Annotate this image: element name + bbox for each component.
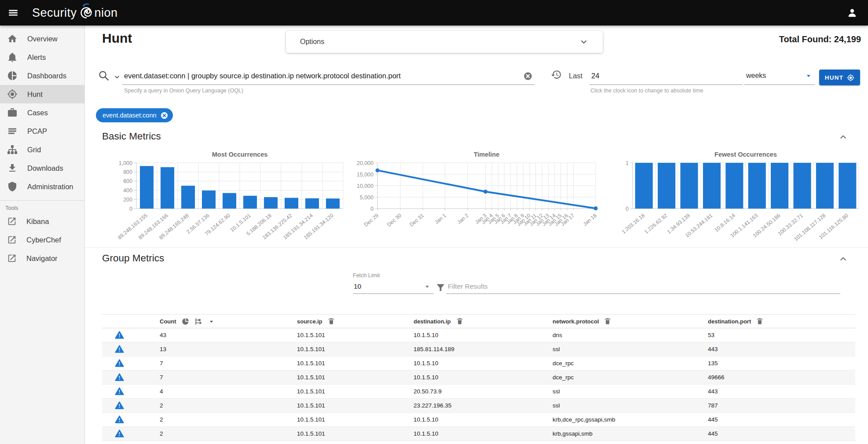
svg-text:600: 600	[123, 178, 132, 184]
home-icon	[7, 33, 18, 44]
warning-triangle-icon[interactable]	[115, 359, 124, 368]
header-cell-source-ip: source.ip	[297, 317, 414, 325]
sidebar-item-cyberchef[interactable]: CyberChef	[0, 231, 84, 249]
table-cell: 53	[708, 332, 855, 338]
filter-results-input[interactable]	[446, 283, 840, 290]
menu-toggle-button[interactable]	[6, 5, 21, 20]
time-value-input[interactable]	[590, 72, 743, 80]
sidebar-item-label: Cases	[27, 109, 48, 117]
sidebar-item-kibana[interactable]: Kibana	[0, 212, 84, 231]
warning-triangle-icon[interactable]	[115, 345, 124, 354]
svg-text:0: 0	[626, 206, 629, 212]
sidebar-item-cases[interactable]: Cases	[0, 103, 84, 122]
warning-triangle-icon[interactable]	[115, 330, 124, 340]
user-menu-button[interactable]	[846, 7, 858, 19]
group-metrics-collapse-button[interactable]	[838, 254, 848, 264]
fetch-limit-select[interactable]: 10	[353, 279, 434, 294]
table-cell: 7	[160, 374, 297, 381]
tools-section-label: Tools	[0, 201, 84, 212]
table-cell: krb,gssapi,smb	[553, 430, 708, 437]
timeline-chart: Timeline05,00010,00015,00020,000Dec 29De…	[351, 148, 603, 249]
svg-text:Jan 18: Jan 18	[582, 212, 598, 227]
sidebar-item-label: Administration	[27, 183, 73, 191]
search-button[interactable]	[98, 70, 110, 81]
onion-logo-icon	[78, 2, 94, 24]
sidebar-item-navigator[interactable]: Navigator	[0, 249, 84, 268]
page-title: Hunt	[102, 31, 132, 46]
download-icon	[7, 163, 18, 173]
filter-chip[interactable]: event.dataset:conn	[96, 108, 173, 122]
filter-chip-label: event.dataset:conn	[103, 112, 157, 119]
query-input[interactable]	[122, 72, 535, 80]
sidebar-item-alerts[interactable]: Alerts	[0, 48, 84, 66]
header-cell-destination-ip: destination.ip	[414, 317, 553, 325]
trash-icon[interactable]	[756, 317, 764, 325]
time-unit-value: weeks	[746, 72, 766, 80]
header-cell-destination-port: destination.port	[708, 317, 855, 325]
warning-triangle-icon[interactable]	[115, 401, 124, 410]
svg-text:400: 400	[123, 187, 132, 194]
sidebar-item-grid[interactable]: Grid	[0, 140, 84, 159]
svg-text:Fewest Occurrences: Fewest Occurrences	[714, 151, 777, 158]
column-label: Count	[160, 318, 176, 325]
table-cell: 10.1.5.10	[414, 430, 553, 437]
table-cell: 10.1.5.101	[297, 346, 414, 352]
warning-triangle-icon[interactable]	[115, 387, 124, 396]
table-cell: 787	[708, 402, 855, 409]
time-unit-select[interactable]: weeks	[744, 67, 815, 85]
caret-down-icon[interactable]	[208, 318, 215, 325]
svg-text:10.8.16.14: 10.8.16.14	[713, 212, 736, 233]
external-link-icon	[7, 235, 17, 245]
remove-filter-button[interactable]	[160, 111, 168, 120]
row-action-cell	[102, 429, 160, 438]
sidebar-item-label: CyberChef	[26, 236, 61, 244]
sankey-chart-toggle-icon[interactable]	[194, 317, 203, 326]
chevron-up-icon	[838, 254, 848, 264]
table-cell: 10.1.5.101	[297, 332, 414, 338]
sidebar-item-administration[interactable]: Administration	[0, 177, 84, 196]
sidebar-item-label: Downloads	[27, 164, 63, 172]
svg-text:0: 0	[370, 206, 374, 212]
column-label: source.ip	[297, 318, 322, 325]
relative-time-toggle-button[interactable]	[551, 69, 562, 80]
trash-icon[interactable]	[604, 317, 612, 325]
row-action-cell	[102, 401, 160, 410]
query-history-caret-button[interactable]	[113, 73, 121, 81]
hunt-button[interactable]: HUNT	[819, 70, 860, 85]
svg-text:200: 200	[123, 197, 132, 203]
options-panel-toggle[interactable]: Options	[286, 31, 603, 53]
column-label: destination.port	[708, 318, 751, 325]
svg-text:20,000: 20,000	[357, 160, 374, 166]
sidebar-item-downloads[interactable]: Downloads	[0, 159, 84, 177]
table-cell: 10.1.5.10	[414, 360, 553, 367]
chevron-down-icon	[113, 73, 121, 81]
trash-icon[interactable]	[327, 317, 335, 325]
warning-triangle-icon[interactable]	[115, 373, 124, 382]
table-cell: ssl	[553, 388, 708, 395]
user-icon	[846, 7, 858, 19]
table-cell: krb,dce_rpc,gssapi,smb	[553, 416, 708, 423]
basic-metrics-collapse-button[interactable]	[838, 132, 848, 142]
svg-text:5,000: 5,000	[360, 194, 374, 201]
row-action-cell	[102, 373, 160, 382]
sidebar-item-label: PCAP	[27, 127, 47, 136]
table-cell: 445	[708, 416, 855, 423]
sidebar-item-dashboards[interactable]: Dashboards	[0, 66, 84, 85]
query-field	[122, 67, 535, 85]
pie-chart-toggle-icon[interactable]	[181, 317, 190, 326]
table-cell: 2	[160, 402, 297, 409]
total-found-value: 24,199	[834, 34, 861, 44]
sidebar-item-hunt[interactable]: Hunt	[0, 85, 84, 103]
svg-text:1,000: 1,000	[119, 160, 132, 166]
svg-text:1: 1	[626, 160, 629, 166]
sidebar-item-overview[interactable]: Overview	[0, 29, 84, 48]
packet-lines-icon	[7, 126, 18, 136]
warning-triangle-icon[interactable]	[115, 429, 124, 438]
section-divider	[85, 247, 868, 248]
svg-text:1.203.16.18: 1.203.16.18	[621, 212, 646, 235]
warning-triangle-icon[interactable]	[115, 415, 124, 424]
trash-icon[interactable]	[456, 317, 464, 325]
sidebar-item-pcap[interactable]: PCAP	[0, 122, 84, 140]
clear-query-button[interactable]	[523, 71, 533, 81]
svg-text:Jan 2: Jan 2	[456, 212, 470, 225]
